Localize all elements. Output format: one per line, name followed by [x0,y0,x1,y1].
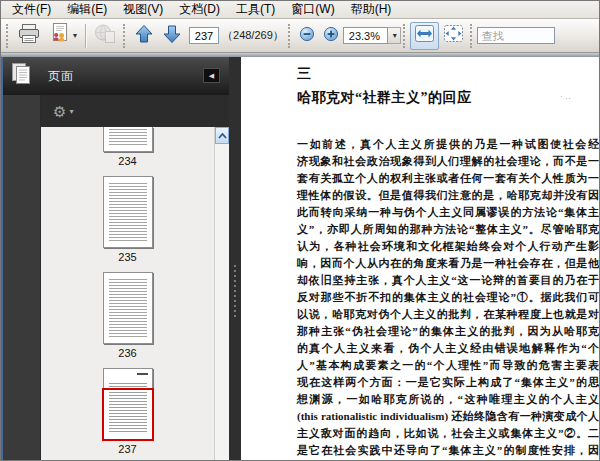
document-text-line: 济现象和社会政治现象得到人们理解的社会理论，而不是一 [297,153,599,170]
fit-width-button[interactable] [410,22,439,50]
document-text-line: 认为，各种社会环境和文化框架始终会对个人行动产生影 [297,238,599,255]
document-text-line: 人”基本构成要素之一的“个人理性”而导致的危害主要表 [297,357,599,374]
pdf-reader-window: 文件(F)编辑(E)视图(V)文档(D)工具(T)窗口(W)帮助(H) [0,0,600,461]
previous-page-button[interactable] [130,22,158,50]
document-text-line: 一如前述，真个人主义所提供的乃是一种试图使社会经 [297,136,599,153]
zoom-out-button[interactable] [295,22,319,50]
document-text-line: 主义敌对面的趋向，比如说，社会主义或集体主义”②。二 [297,425,599,442]
document-text-line: 以说，哈耶克对伪个人主义的批判，在某种程度上也就是对 [297,306,599,323]
dropdown-caret-icon: ▾ [73,31,77,40]
page-thumbnail[interactable]: 234 [41,127,214,167]
menu-item[interactable]: 编辑(E) [59,0,115,20]
thumbnail-page-image[interactable] [103,176,153,248]
pages-panel-body: ⚙ ▾ 234 [1,95,229,461]
document-text-line: 是它在社会实践中还导向了“集体主义”的制度性安排，因 [297,442,599,459]
next-page-icon [162,24,182,48]
thumbnail-scroll-area: 234 235 [41,127,229,461]
page-thumbnail[interactable]: 236 [41,272,214,359]
collapse-panel-button[interactable]: ◀ [203,68,220,83]
scroll-up-icon [218,133,227,139]
document-text-line: (this rationalistic individualism) 还始终隐含… [297,408,599,425]
thumbnail-page-number: 236 [118,347,136,359]
thumbnail-page-number: 237 [118,443,136,455]
next-page-button[interactable] [158,22,186,50]
menu-item[interactable]: 视图(V) [115,0,171,20]
fit-width-icon [414,24,435,47]
main-content: 页面 ◀ ⚙ ▾ [1,57,599,461]
document-text-line: 套有关孤立个人的权利主张或者任何一套有关个人性质为一 [297,170,599,187]
collapse-panel-icon: ◀ [209,72,214,80]
document-text: 一如前述，真个人主义所提供的乃是一种试图使社会经 济现象和社会政治现象得到人们理… [297,136,599,459]
toolbar-grip[interactable] [403,24,406,48]
pages-icon [10,62,33,90]
toolbar-grip[interactable] [470,24,473,48]
toolbar: ▾ [1,19,599,53]
thumbnail-page-number: 235 [118,251,136,263]
previous-page-icon [134,24,154,48]
zoom-dropdown-button[interactable]: ▾ [388,27,401,44]
toolbar-grip[interactable] [288,24,291,48]
thumbnail-page-number: 234 [118,155,136,167]
fit-page-button[interactable] [439,22,468,50]
menu-item[interactable]: 文件(F) [4,0,59,20]
toolbar-separator [85,24,86,48]
collaborate-icon [49,23,71,48]
page-thumbnail[interactable]: 235 [41,176,214,263]
zoom-in-button[interactable] [319,22,343,50]
thumbnails-panel: ⚙ ▾ 234 [41,95,229,461]
page-number-input[interactable] [189,27,219,44]
menu-item[interactable]: 工具(T) [228,0,283,20]
page-thumbnail[interactable]: 237 [41,368,214,455]
thumbnail-page-image[interactable] [103,272,153,344]
share-globe-icon [94,23,117,48]
scan-artifact: ·‥ [560,91,573,101]
current-view-red-box[interactable] [102,388,154,441]
menu-item[interactable]: 窗口(W) [283,0,342,20]
document-text-line: 却依旧坚持主张，真个人主义“这一论辩的首要目的乃在于 [297,272,599,289]
zoom-level-value[interactable]: 23.3% [343,27,388,44]
gear-icon[interactable]: ⚙ [53,104,66,119]
zoom-out-icon [299,26,315,46]
page-count-label: （248/269） [222,28,284,43]
thumbnail-scrollbar[interactable] [214,127,229,461]
navigation-sidebar: 页面 ◀ ⚙ ▾ [1,57,229,461]
toolbar-grip[interactable] [123,24,126,48]
menu-bar: 文件(F)编辑(E)视图(V)文档(D)工具(T)窗口(W)帮助(H) [1,1,599,19]
window-left-edge [1,57,3,461]
share-globe-button [90,22,121,50]
pages-tab[interactable] [1,62,41,90]
document-text-line: 那种主张“伪社会理论”的集体主义的批判，因为从哈耶克 [297,323,599,340]
thumbnail-list: 234 235 [41,127,214,461]
panel-tab-rail [1,95,41,461]
collaborate-button[interactable]: ▾ [45,22,81,50]
print-icon [17,23,41,49]
menu-item[interactable]: 文档(D) [171,0,228,20]
document-text-line: 响，因而个人从内在的角度来看乃是一种社会存在，但是他 [297,255,599,272]
section-number: 三 [297,65,599,83]
document-text-line: 现在这样两个方面：一是它实际上构成了“集体主义”的思 [297,374,599,391]
document-title: 哈耶克对“社群主义”的回应 [297,89,599,107]
fit-page-icon [443,24,464,47]
toolbar-grip[interactable] [6,24,9,48]
panel-options-bar: ⚙ ▾ [41,95,229,127]
document-text-line: 义”，亦即人所周知的那种方法论“整体主义”。尽管哈耶克 [297,221,599,238]
zoom-in-icon [323,26,339,46]
panel-title: 页面 [48,68,74,85]
document-page: 三 哈耶克对“社群主义”的回应 一如前述，真个人主义所提供的乃是一种试图使社会经… [241,57,599,459]
document-text-line: 反对那些不折不扣的集体主义的社会理论”①。据此我们可 [297,289,599,306]
document-text-line: 的真个人主义来看，伪个人主义经由错误地解释作为“个 [297,340,599,357]
chevron-down-icon: ▾ [69,107,73,116]
document-text-line: 想渊源，一如哈耶克所说的，“这种唯理主义的个人主义 [297,391,599,408]
chevron-down-icon: ▾ [393,31,397,40]
thumbnail-page-image[interactable] [103,127,153,152]
pages-panel-header: 页面 ◀ [1,57,229,95]
document-text-line: 理性体的假设。但是值得我们注意的是，哈耶克却并没有因 [297,187,599,204]
scroll-up-button[interactable] [215,127,229,144]
print-button[interactable] [13,22,45,50]
document-text-line: 此而转向采纳一种与伪个人主义同属谬误的方法论“集体主 [297,204,599,221]
thumbnail-page-image[interactable] [103,368,153,440]
find-input[interactable] [477,27,555,44]
menu-item[interactable]: 帮助(H) [343,0,400,20]
document-canvas[interactable]: ·‥ 三 哈耶克对“社群主义”的回应 一如前述，真个人主义所提供的乃是一种试图使… [241,57,599,461]
panel-splitter[interactable] [229,57,241,461]
